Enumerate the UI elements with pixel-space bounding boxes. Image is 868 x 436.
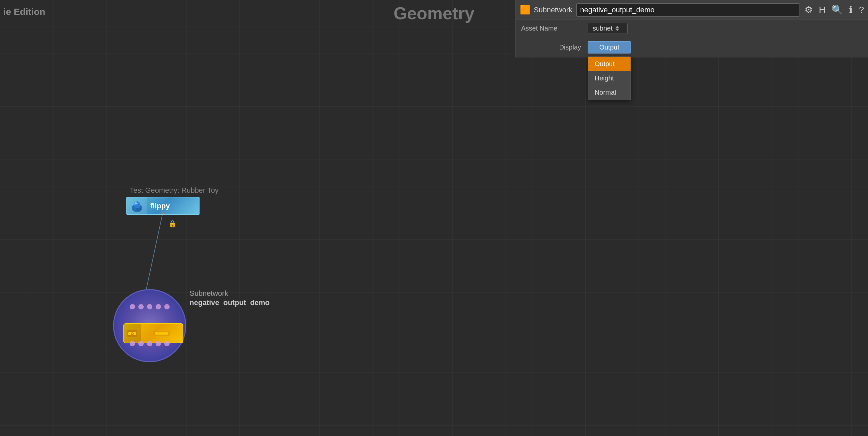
node-flippy-icon	[127, 197, 147, 214]
app-title: ie Edition	[3, 7, 45, 17]
dot-b2	[138, 341, 144, 346]
svg-point-7	[136, 208, 141, 211]
gear-icon-button[interactable]: ⚙	[804, 4, 813, 15]
help-icon-button[interactable]: ?	[859, 5, 864, 15]
node-subnet-circle	[113, 289, 186, 362]
h-icon-button[interactable]: H	[819, 5, 826, 15]
svg-point-6	[136, 203, 136, 203]
asset-name-text: subnet	[593, 25, 613, 32]
node-subnet-inner-box[interactable]	[123, 323, 183, 343]
node-flippy-output-port[interactable]	[161, 212, 165, 215]
dropdown-item-height[interactable]: Height	[588, 71, 630, 86]
right-panel: 🟧 Subnetwork ⚙ H 🔍 ℹ ? Asset Name subnet…	[516, 0, 868, 58]
node-subnet-name-label: negative_output_demo	[190, 298, 270, 307]
asset-name-label: Asset Name	[521, 25, 588, 32]
node-name-flippy: flippy	[147, 202, 170, 210]
dot-2	[138, 304, 144, 309]
node-flippy-box[interactable]: flippy	[126, 197, 199, 215]
panel-name-input[interactable]	[576, 3, 800, 16]
node-flippy[interactable]: Test Geometry: Rubber Toy flippy 🔒	[126, 186, 218, 215]
search-icon-button[interactable]: 🔍	[831, 4, 843, 15]
panel-header-icons: ⚙ H 🔍 ℹ ?	[804, 4, 864, 15]
asset-arrows	[615, 26, 619, 31]
panel-type-label: Subnetwork	[534, 6, 572, 14]
subnet-box-icon	[124, 324, 141, 343]
dot-3	[147, 304, 152, 309]
asset-name-value[interactable]: subnet	[588, 23, 627, 34]
dropdown-item-output[interactable]: Output	[588, 57, 630, 71]
dot-b4	[156, 341, 161, 346]
node-subnet-dots-top	[130, 304, 169, 309]
node-flippy-lock-icon: 🔒	[168, 220, 177, 228]
dot-b1	[130, 341, 135, 346]
node-flippy-label: Test Geometry: Rubber Toy	[126, 186, 218, 195]
display-dropdown-menu[interactable]: Output Height Normal	[588, 57, 631, 100]
display-label: Display	[521, 43, 588, 51]
dot-b5	[164, 341, 169, 346]
asset-name-row: Asset Name subnet	[516, 20, 868, 37]
svg-rect-12	[155, 332, 168, 335]
arrow-down-icon	[615, 29, 619, 31]
node-subnet-dots-bottom	[130, 341, 169, 346]
node-subnet-type-label: Subnetwork	[190, 289, 228, 298]
subnetwork-icon: 🟧	[520, 5, 530, 15]
svg-point-10	[132, 333, 133, 334]
dot-4	[156, 304, 161, 309]
display-row: Display Output Output Height Normal	[516, 37, 868, 58]
dot-1	[130, 304, 135, 309]
dropdown-item-normal[interactable]: Normal	[588, 86, 630, 100]
panel-header: 🟧 Subnetwork ⚙ H 🔍 ℹ ?	[516, 0, 868, 20]
info-icon-button[interactable]: ℹ	[849, 4, 853, 15]
subnet-icon-inner	[127, 330, 137, 337]
display-dropdown-button[interactable]: Output	[588, 41, 631, 54]
node-subnetwork[interactable]: Subnetwork negative_output_demo	[110, 279, 269, 372]
dot-b3	[147, 341, 152, 346]
dot-5	[164, 304, 169, 309]
arrow-up-icon	[615, 26, 619, 28]
